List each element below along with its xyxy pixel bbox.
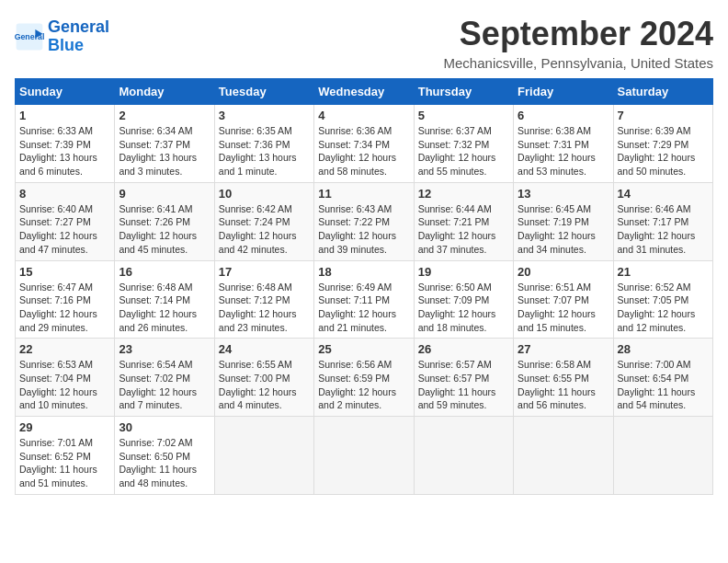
day-cell: 27Sunrise: 6:58 AM Sunset: 6:55 PM Dayli…	[514, 339, 613, 417]
day-info: Sunrise: 6:56 AM Sunset: 6:59 PM Dayligh…	[318, 358, 409, 412]
day-number: 13	[518, 187, 609, 201]
day-info: Sunrise: 6:45 AM Sunset: 7:19 PM Dayligh…	[518, 202, 609, 257]
day-cell: 5Sunrise: 6:37 AM Sunset: 7:32 PM Daylig…	[414, 105, 513, 183]
day-info: Sunrise: 6:37 AM Sunset: 7:32 PM Dayligh…	[418, 124, 509, 178]
day-number: 28	[618, 342, 709, 356]
day-info: Sunrise: 6:54 AM Sunset: 7:02 PM Dayligh…	[119, 358, 210, 412]
day-info: Sunrise: 6:47 AM Sunset: 7:16 PM Dayligh…	[19, 281, 110, 335]
weekday-header-thursday: Thursday	[414, 79, 513, 105]
day-info: Sunrise: 6:55 AM Sunset: 7:00 PM Dayligh…	[219, 358, 310, 412]
day-number: 29	[19, 420, 110, 434]
weekday-header-saturday: Saturday	[613, 79, 712, 105]
day-cell: 12Sunrise: 6:44 AM Sunset: 7:21 PM Dayli…	[414, 182, 513, 260]
day-number: 20	[518, 265, 609, 279]
day-number: 19	[418, 265, 509, 279]
day-cell: 7Sunrise: 6:39 AM Sunset: 7:29 PM Daylig…	[613, 105, 712, 183]
header: General General Blue September 2024 Mech…	[15, 15, 713, 71]
day-number: 22	[19, 342, 110, 356]
day-info: Sunrise: 6:43 AM Sunset: 7:22 PM Dayligh…	[318, 202, 409, 257]
week-row-1: 1Sunrise: 6:33 AM Sunset: 7:39 PM Daylig…	[16, 105, 713, 183]
weekday-header-row: SundayMondayTuesdayWednesdayThursdayFrid…	[16, 79, 713, 105]
day-number: 2	[119, 109, 210, 122]
weekday-header-tuesday: Tuesday	[214, 79, 313, 105]
day-number: 14	[618, 187, 709, 201]
day-number: 21	[618, 265, 709, 279]
week-row-4: 22Sunrise: 6:53 AM Sunset: 7:04 PM Dayli…	[16, 339, 713, 417]
day-cell: 17Sunrise: 6:48 AM Sunset: 7:12 PM Dayli…	[214, 260, 313, 339]
day-cell: 6Sunrise: 6:38 AM Sunset: 7:31 PM Daylig…	[514, 105, 613, 183]
day-info: Sunrise: 6:58 AM Sunset: 6:55 PM Dayligh…	[518, 358, 609, 412]
calendar-table: SundayMondayTuesdayWednesdayThursdayFrid…	[15, 78, 713, 495]
day-cell: 1Sunrise: 6:33 AM Sunset: 7:39 PM Daylig…	[16, 105, 115, 183]
weekday-header-monday: Monday	[115, 79, 214, 105]
day-cell: 18Sunrise: 6:49 AM Sunset: 7:11 PM Dayli…	[314, 260, 414, 339]
day-number: 9	[119, 187, 210, 201]
day-number: 26	[418, 342, 509, 356]
day-cell	[613, 417, 712, 495]
day-info: Sunrise: 6:53 AM Sunset: 7:04 PM Dayligh…	[19, 358, 110, 412]
day-number: 6	[518, 109, 609, 122]
day-cell: 15Sunrise: 6:47 AM Sunset: 7:16 PM Dayli…	[16, 260, 115, 339]
title-area: September 2024 Mechanicsville, Pennsylva…	[444, 15, 713, 71]
day-info: Sunrise: 6:51 AM Sunset: 7:07 PM Dayligh…	[518, 281, 609, 335]
day-cell: 20Sunrise: 6:51 AM Sunset: 7:07 PM Dayli…	[514, 260, 613, 339]
day-number: 7	[618, 109, 709, 122]
day-number: 24	[219, 342, 310, 356]
day-cell	[314, 417, 414, 495]
week-row-2: 8Sunrise: 6:40 AM Sunset: 7:27 PM Daylig…	[16, 182, 713, 260]
day-cell: 10Sunrise: 6:42 AM Sunset: 7:24 PM Dayli…	[214, 182, 313, 260]
day-info: Sunrise: 6:34 AM Sunset: 7:37 PM Dayligh…	[119, 124, 210, 178]
day-info: Sunrise: 7:00 AM Sunset: 6:54 PM Dayligh…	[618, 358, 709, 412]
day-info: Sunrise: 6:50 AM Sunset: 7:09 PM Dayligh…	[418, 281, 509, 335]
day-info: Sunrise: 6:38 AM Sunset: 7:31 PM Dayligh…	[518, 124, 609, 178]
day-number: 1	[19, 109, 110, 122]
day-number: 8	[19, 187, 110, 201]
day-cell: 3Sunrise: 6:35 AM Sunset: 7:36 PM Daylig…	[214, 105, 313, 183]
day-number: 15	[19, 265, 110, 279]
day-cell: 28Sunrise: 7:00 AM Sunset: 6:54 PM Dayli…	[613, 339, 712, 417]
day-cell: 16Sunrise: 6:48 AM Sunset: 7:14 PM Dayli…	[115, 260, 214, 339]
day-number: 27	[518, 342, 609, 356]
logo-text: General Blue	[48, 18, 109, 55]
day-info: Sunrise: 6:36 AM Sunset: 7:34 PM Dayligh…	[318, 124, 409, 178]
day-number: 10	[219, 187, 310, 201]
day-cell: 14Sunrise: 6:46 AM Sunset: 7:17 PM Dayli…	[613, 182, 712, 260]
day-cell: 9Sunrise: 6:41 AM Sunset: 7:26 PM Daylig…	[115, 182, 214, 260]
day-info: Sunrise: 6:44 AM Sunset: 7:21 PM Dayligh…	[418, 202, 509, 257]
day-info: Sunrise: 6:42 AM Sunset: 7:24 PM Dayligh…	[219, 202, 310, 257]
day-info: Sunrise: 6:35 AM Sunset: 7:36 PM Dayligh…	[219, 124, 310, 178]
day-number: 16	[119, 265, 210, 279]
day-info: Sunrise: 6:41 AM Sunset: 7:26 PM Dayligh…	[119, 202, 210, 257]
weekday-header-wednesday: Wednesday	[314, 79, 414, 105]
day-number: 18	[318, 265, 409, 279]
weekday-header-friday: Friday	[514, 79, 613, 105]
day-cell: 23Sunrise: 6:54 AM Sunset: 7:02 PM Dayli…	[115, 339, 214, 417]
logo: General General Blue	[15, 18, 109, 55]
day-cell	[214, 417, 313, 495]
day-info: Sunrise: 7:02 AM Sunset: 6:50 PM Dayligh…	[119, 436, 210, 490]
day-info: Sunrise: 7:01 AM Sunset: 6:52 PM Dayligh…	[19, 436, 110, 490]
day-info: Sunrise: 6:57 AM Sunset: 6:57 PM Dayligh…	[418, 358, 509, 412]
day-number: 30	[119, 420, 210, 434]
day-cell: 8Sunrise: 6:40 AM Sunset: 7:27 PM Daylig…	[16, 182, 115, 260]
day-cell	[514, 417, 613, 495]
day-info: Sunrise: 6:49 AM Sunset: 7:11 PM Dayligh…	[318, 281, 409, 335]
day-cell: 30Sunrise: 7:02 AM Sunset: 6:50 PM Dayli…	[115, 417, 214, 495]
day-number: 5	[418, 109, 509, 122]
logo-icon: General	[15, 22, 44, 52]
day-cell	[414, 417, 513, 495]
day-info: Sunrise: 6:48 AM Sunset: 7:12 PM Dayligh…	[219, 281, 310, 335]
day-cell: 22Sunrise: 6:53 AM Sunset: 7:04 PM Dayli…	[16, 339, 115, 417]
day-number: 25	[318, 342, 409, 356]
location-title: Mechanicsville, Pennsylvania, United Sta…	[444, 55, 713, 71]
day-number: 12	[418, 187, 509, 201]
day-cell: 29Sunrise: 7:01 AM Sunset: 6:52 PM Dayli…	[16, 417, 115, 495]
day-info: Sunrise: 6:52 AM Sunset: 7:05 PM Dayligh…	[618, 281, 709, 335]
day-cell: 11Sunrise: 6:43 AM Sunset: 7:22 PM Dayli…	[314, 182, 414, 260]
day-info: Sunrise: 6:33 AM Sunset: 7:39 PM Dayligh…	[19, 124, 110, 178]
month-title: September 2024	[444, 15, 713, 53]
day-cell: 21Sunrise: 6:52 AM Sunset: 7:05 PM Dayli…	[613, 260, 712, 339]
day-cell: 2Sunrise: 6:34 AM Sunset: 7:37 PM Daylig…	[115, 105, 214, 183]
day-number: 11	[318, 187, 409, 201]
day-number: 23	[119, 342, 210, 356]
